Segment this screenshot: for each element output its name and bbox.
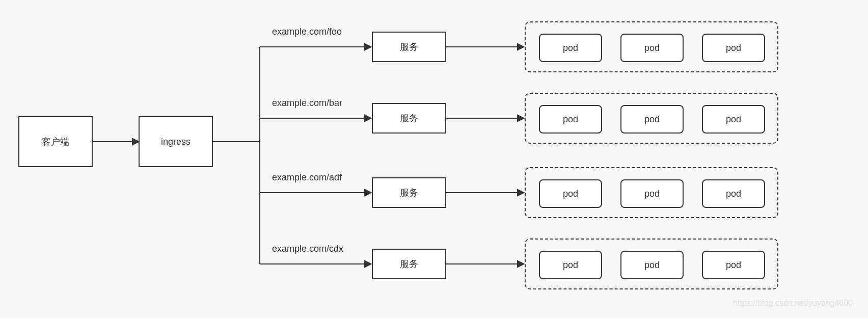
service-box-1: 服务	[372, 103, 446, 134]
pod-1-1-label: pod	[644, 114, 660, 125]
pod-3-2: pod	[702, 251, 765, 279]
service-label-3: 服务	[400, 258, 418, 270]
pod-0-2-label: pod	[726, 43, 741, 54]
service-label-0: 服务	[400, 41, 418, 53]
client-label: 客户端	[42, 136, 69, 148]
pod-2-2: pod	[702, 179, 765, 208]
watermark: https://blog.csdn.net/yuyang4600	[733, 299, 853, 308]
pod-2-1-label: pod	[644, 189, 660, 199]
pod-0-0: pod	[539, 34, 602, 62]
pod-3-2-label: pod	[726, 260, 741, 271]
route-path-3: example.com/cdx	[272, 244, 343, 254]
service-label-1: 服务	[400, 112, 418, 124]
route-path-2: example.com/adf	[272, 172, 342, 183]
service-label-2: 服务	[400, 187, 418, 199]
pod-1-2: pod	[702, 105, 765, 134]
pod-group-3: pod pod pod	[525, 238, 778, 289]
service-box-3: 服务	[372, 249, 446, 279]
pod-0-1-label: pod	[644, 43, 660, 54]
pod-group-0: pod pod pod	[525, 21, 778, 72]
pod-0-0-label: pod	[563, 43, 578, 54]
pod-1-2-label: pod	[726, 114, 741, 125]
pod-1-1: pod	[620, 105, 684, 134]
pod-1-0: pod	[539, 105, 602, 134]
pod-3-0: pod	[539, 251, 602, 279]
pod-3-0-label: pod	[563, 260, 578, 271]
route-path-1: example.com/bar	[272, 98, 342, 109]
pod-0-2: pod	[702, 34, 765, 62]
pod-group-1: pod pod pod	[525, 93, 778, 144]
service-box-0: 服务	[372, 32, 446, 62]
pod-3-1-label: pod	[644, 260, 660, 271]
ingress-box: ingress	[139, 116, 213, 167]
service-box-2: 服务	[372, 177, 446, 208]
pod-0-1: pod	[620, 34, 684, 62]
pod-2-0-label: pod	[563, 189, 578, 199]
ingress-label: ingress	[161, 137, 191, 147]
client-box: 客户端	[18, 116, 93, 167]
pod-2-1: pod	[620, 179, 684, 208]
pod-group-2: pod pod pod	[525, 167, 778, 218]
pod-2-0: pod	[539, 179, 602, 208]
pod-2-2-label: pod	[726, 189, 741, 199]
route-path-0: example.com/foo	[272, 26, 342, 37]
pod-1-0-label: pod	[563, 114, 578, 125]
pod-3-1: pod	[620, 251, 684, 279]
